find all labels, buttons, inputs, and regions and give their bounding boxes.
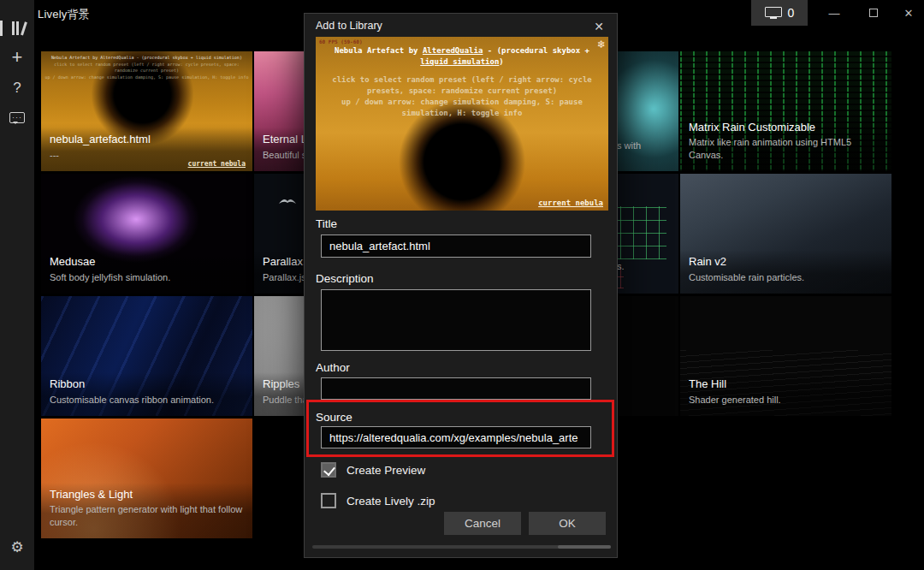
chat-icon: ··· [9,112,25,123]
wallpaper-tile-ribbon[interactable]: Ribbon Customisable canvas ribbon animat… [41,296,252,416]
minimize-button[interactable]: — [814,0,854,26]
ok-button[interactable]: OK [529,512,606,535]
tile-description: Customisable rain particles. [689,271,883,283]
tile-description-fragment: s with [617,140,641,151]
gear-icon: ⚙ [10,538,23,556]
tile-title: nebula_artefact.html [50,133,244,146]
tile-title: The Hill [689,377,883,391]
tile-description-fragment: s. [617,261,625,271]
description-input[interactable] [321,289,591,351]
author-link[interactable]: AlteredQualia [423,46,483,55]
monitor-select-button[interactable]: 0 [751,0,808,26]
question-icon: ? [13,80,21,97]
create-zip-option[interactable]: Create Lively .zip [321,493,435,508]
tile-description: Shader generated hill. [689,394,883,406]
tile-description: Matrix like rain animation using HTML5 C… [689,136,883,161]
fps-counter: 60 FPS (59-60) [319,39,363,45]
add-to-library-dialog: Add to Library ✕ 60 FPS (59-60) ❄ Nebula… [304,13,618,558]
close-icon: ✕ [904,7,914,20]
sidebar-item-library[interactable] [0,14,34,43]
thumbnail-overlay-text: Nebula Artefact by AlteredQualia - (proc… [43,55,251,80]
create-zip-checkbox[interactable] [321,493,336,508]
tile-title: Ribbon [50,377,244,391]
dialog-close-button[interactable]: ✕ [588,17,610,36]
sidebar-item-settings[interactable]: ⚙ [0,532,34,561]
tile-title: Rain v2 [689,255,883,269]
create-preview-checkbox[interactable] [321,462,336,478]
dialog-title: Add to Library [316,20,382,32]
tile-title: Medusae [50,255,244,269]
close-button[interactable]: ✕ [893,0,924,26]
author-input[interactable] [321,377,591,400]
minimize-icon: — [829,7,840,20]
sidebar-item-help[interactable]: ? [0,74,34,103]
cancel-button[interactable]: Cancel [444,512,521,535]
maximize-button[interactable] [854,0,893,26]
wallpaper-tile-nebula[interactable]: Nebula Artefact by AlteredQualia - (proc… [41,51,252,171]
source-label: Source [316,411,352,424]
monitor-icon [765,7,782,20]
sidebar-item-add-wallpaper[interactable]: + [0,43,34,72]
dialog-horizontal-scrollbar[interactable] [312,545,611,549]
plus-icon: + [12,48,23,67]
bird-icon [278,196,297,206]
preview-overlay-text: Nebula Artefact by AlteredQualia - (proc… [319,45,605,119]
wallpaper-tile-hill[interactable]: The Hill Shader generated hill. [680,296,891,416]
wallpaper-tile-rain[interactable]: Rain v2 Customisable rain particles. [680,174,891,294]
maximize-icon [869,9,878,17]
app-window: Lively背景 0 — ✕ + ? ··· ⚙ Nebula Artefact… [0,0,924,570]
tile-description: Soft body jellyfish simulation. [50,271,244,283]
title-input[interactable] [321,235,591,258]
scrollbar-thumb[interactable] [558,545,611,549]
sidebar: + ? ··· ⚙ [0,0,34,570]
simulation-link[interactable]: liquid simulation [420,57,499,66]
preset-name-badge: current_nebula [538,199,603,207]
tile-description: Triangle pattern generator with light th… [50,503,244,528]
author-label: Author [316,361,350,374]
tile-badge: current_nebula [188,160,246,168]
checkbox-label: Create Lively .zip [346,495,435,508]
books-icon [12,21,23,35]
wallpaper-preview: 60 FPS (59-60) ❄ Nebula Artefact by Alte… [316,37,608,211]
title-label: Title [316,217,337,230]
tile-title: Matrix Rain Customizable [689,121,883,134]
app-title: Lively背景 [38,7,90,22]
wallpaper-tile-matrix[interactable]: Matrix Rain Customizable Matrix like rai… [680,51,891,171]
checkbox-label: Create Preview [346,464,425,477]
sidebar-item-feedback[interactable]: ··· [0,103,34,132]
wallpaper-tile-triangles-light[interactable]: Triangles & Light Triangle pattern gener… [41,419,252,538]
create-preview-option[interactable]: Create Preview [321,462,425,478]
tile-description: --- [50,149,244,161]
monitor-count: 0 [788,6,795,20]
source-input[interactable] [321,426,591,448]
wallpaper-tile-medusae[interactable]: Medusae Soft body jellyfish simulation. [41,174,252,294]
close-icon: ✕ [594,20,604,33]
tile-description: Customisable canvas ribbon animation. [50,394,244,406]
description-label: Description [316,272,374,285]
tile-title: Triangles & Light [50,488,244,502]
